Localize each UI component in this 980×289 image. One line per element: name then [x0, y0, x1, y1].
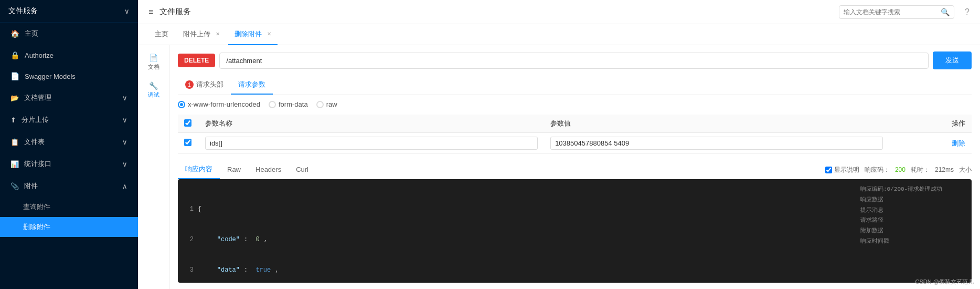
sidebar-title: 文件服务 [8, 6, 38, 16]
radio-raw-circle [316, 101, 324, 108]
response-tab-curl[interactable]: Curl [289, 161, 316, 179]
right-panel: DELETE 发送 1 请求头部 请求参数 [169, 45, 980, 289]
col-operations: 操作 [889, 115, 972, 133]
comment-6: 响应时间戳 [860, 236, 965, 247]
topbar-search-box[interactable]: 🔍 [839, 5, 954, 19]
chevron-up-icon: ∧ [122, 182, 127, 190]
sidebar: 文件服务 ∨ 🏠 主页 🔒 Authorize 📄 Swagger Models… [0, 0, 138, 289]
tab-upload-close-icon[interactable]: ✕ [216, 31, 220, 37]
radio-raw[interactable]: raw [316, 100, 337, 108]
sidebar-file-table-label: 文件表 [24, 137, 45, 147]
sidebar-group-doc-manage[interactable]: 📂 文档管理 ∨ [0, 87, 138, 109]
select-all-checkbox[interactable] [184, 119, 191, 127]
response-time: 212ms [935, 166, 954, 173]
tab-main-label: 主页 [155, 29, 168, 39]
question-icon[interactable]: ? [965, 7, 970, 17]
response-tab-headers[interactable]: Headers [248, 161, 289, 179]
col-param-value: 参数值 [544, 115, 889, 133]
show-desc-label: 显示说明 [834, 166, 859, 174]
radio-form-data-circle [269, 101, 276, 108]
size-label: 大小 [959, 166, 972, 174]
api-row: DELETE 发送 [178, 51, 972, 69]
sidebar-sub-item-query-attachment[interactable]: 查询附件 [0, 197, 138, 217]
radio-form-data[interactable]: form-data [269, 100, 308, 108]
body-type-radio-group: x-www-form-urlencoded form-data raw [178, 100, 972, 108]
left-panel-debug[interactable]: 🔧 调试 [146, 78, 162, 102]
sidebar-group-file-table[interactable]: 📋 文件表 ∨ [0, 131, 138, 153]
send-button[interactable]: 发送 [933, 51, 972, 69]
sub-tab-params[interactable]: 请求参数 [231, 76, 273, 95]
radio-urlencoded[interactable]: x-www-form-urlencoded [178, 100, 260, 108]
col-param-name: 参数名称 [199, 115, 544, 133]
row-checkbox[interactable] [184, 139, 191, 146]
tab-attachment-upload[interactable]: 附件上传 ✕ [177, 24, 226, 45]
sub-tab-params-label: 请求参数 [238, 80, 265, 89]
sidebar-item-home[interactable]: 🏠 主页 [0, 23, 138, 45]
sidebar-doc-manage-label: 文档管理 [24, 93, 51, 102]
param-name-input[interactable] [205, 137, 538, 150]
sidebar-attachment-label: 附件 [24, 181, 38, 191]
sidebar-header[interactable]: 文件服务 ∨ [0, 0, 138, 23]
doc-panel-icon: 📄 [149, 54, 158, 62]
watermark: CSDN @假装文艺范儿 [915, 278, 974, 286]
tab-delete-close-icon[interactable]: ✕ [267, 31, 271, 37]
search-input[interactable] [844, 8, 938, 16]
sidebar-group-stat-api[interactable]: 📊 统计接口 ∨ [0, 153, 138, 175]
sidebar-sub-query-label: 查询附件 [23, 203, 50, 211]
doc-panel-label: 文档 [148, 63, 159, 71]
show-desc-checkbox[interactable] [825, 167, 832, 173]
sidebar-group-attachment[interactable]: 📎 附件 ∧ [0, 175, 138, 197]
topbar: ≡ 文件服务 🔍 ? [138, 0, 980, 24]
tab-delete-attachment[interactable]: 删除附件 ✕ [228, 24, 278, 45]
chevron-down-icon4: ∨ [122, 160, 127, 168]
sidebar-item-swagger-models[interactable]: 📄 Swagger Models [0, 66, 138, 87]
swagger-icon: 📄 [10, 72, 19, 80]
headers-badge: 1 [185, 80, 194, 89]
show-desc-checkbox-label[interactable]: 显示说明 [825, 166, 859, 174]
content-area: 📄 文档 🔧 调试 DELETE 发送 1 请求头部 [138, 45, 980, 289]
radio-urlencoded-circle [178, 101, 185, 108]
tab-bar: 主页 附件上传 ✕ 删除附件 ✕ [138, 24, 980, 45]
comment-2: 响应数据 [860, 195, 965, 205]
table-icon: 📋 [10, 138, 19, 146]
response-tab-content[interactable]: 响应内容 [178, 160, 220, 179]
sub-tab-headers-label: 请求头部 [196, 80, 223, 89]
sidebar-group-slice-upload[interactable]: ⬆ 分片上传 ∨ [0, 109, 138, 131]
chevron-down-icon2: ∨ [122, 116, 127, 124]
sub-tab-headers[interactable]: 1 请求头部 [178, 76, 231, 95]
search-icon: 🔍 [941, 8, 950, 16]
comment-4: 请求路径 [860, 215, 965, 226]
tab-upload-label: 附件上传 [183, 29, 210, 39]
col-checkbox [178, 115, 199, 133]
sidebar-item-swagger-label: Swagger Models [25, 73, 76, 80]
tab-main[interactable]: 主页 [148, 24, 175, 45]
sidebar-stat-label: 统计接口 [24, 159, 51, 169]
debug-panel-label: 调试 [148, 91, 159, 99]
comment-5: 附加数据 [860, 226, 965, 236]
code-output: 1{ 2 "code": 0, 3 "data": true, 4 "msg":… [184, 184, 852, 277]
delete-row-button[interactable]: 删除 [952, 139, 965, 148]
radio-form-data-label: form-data [279, 100, 308, 108]
comment-3: 提示消息 [860, 205, 965, 216]
sidebar-item-home-label: 主页 [25, 29, 38, 38]
response-tab-raw[interactable]: Raw [220, 161, 248, 179]
sidebar-item-authorize-label: Authorize [25, 51, 54, 59]
api-path-input[interactable] [219, 53, 929, 69]
response-tabs: 响应内容 Raw Headers Curl 显示说明 响应码： 200 [178, 160, 972, 179]
left-panel-doc[interactable]: 📄 文档 [146, 50, 162, 74]
topbar-title: 文件服务 [159, 7, 191, 17]
status-code-value: 200 [895, 166, 906, 173]
sidebar-sub-item-delete-attachment[interactable]: 删除附件 [0, 217, 138, 237]
chevron-down-icon: ∨ [122, 94, 127, 102]
tab-delete-label: 删除附件 [235, 29, 262, 39]
sidebar-header-arrow-icon: ∨ [124, 7, 130, 15]
folder-icon: 📂 [10, 94, 19, 102]
params-table: 参数名称 参数值 操作 [178, 115, 972, 154]
sidebar-item-authorize[interactable]: 🔒 Authorize [0, 45, 138, 66]
chevron-down-icon3: ∨ [122, 138, 127, 146]
code-comments: 响应编码:0/200-请求处理成功 响应数据 提示消息 请求路径 附加数据 响应… [860, 184, 965, 277]
status-code-prefix: 响应码： [865, 166, 890, 174]
table-row: 删除 [178, 133, 972, 154]
param-value-input[interactable] [550, 137, 883, 150]
menu-icon[interactable]: ≡ [148, 7, 153, 17]
